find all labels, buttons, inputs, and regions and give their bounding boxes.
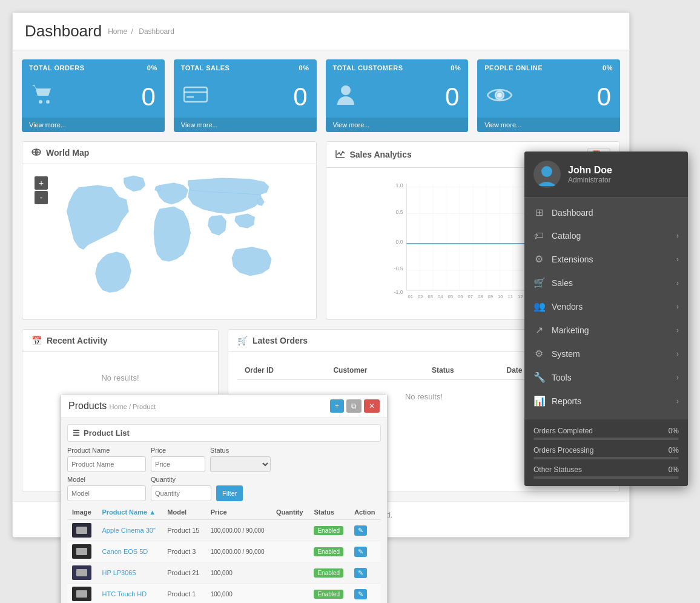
svg-rect-2 <box>184 87 207 102</box>
products-actions: + ⧉ ✕ <box>330 399 380 413</box>
user-profile: John Doe Administrator <box>524 152 688 198</box>
zoom-out-button[interactable]: - <box>35 191 48 204</box>
breadcrumb-current: Dashboard <box>139 27 174 36</box>
chevron-right-icon: › <box>676 302 679 311</box>
products-header: Products Home / Product + ⧉ ✕ <box>61 395 387 418</box>
menu-label: Sales <box>552 278 573 288</box>
menu-item-sales[interactable]: 🛒 Sales › <box>524 271 688 295</box>
table-row: Apple Cinema 30" Product 15 100,000.00 /… <box>67 520 381 541</box>
extensions-icon: ⚙ <box>533 253 544 265</box>
menu-label: Vendors <box>552 302 583 311</box>
svg-rect-50 <box>76 527 87 534</box>
stat-label-sales: TOTAL SALES <box>181 64 230 72</box>
breadcrumb-home[interactable]: Home <box>108 27 127 36</box>
model-input[interactable] <box>67 485 146 501</box>
delete-product-button[interactable]: ✕ <box>364 399 380 413</box>
svg-point-0 <box>39 100 42 104</box>
recent-activity-heading: 📅 Recent Activity <box>22 330 218 352</box>
menu-item-dashboard[interactable]: ⊞ Dashboard <box>524 201 688 224</box>
product-name-input[interactable] <box>67 456 146 472</box>
edit-button[interactable]: ✎ <box>354 547 367 557</box>
menu-item-vendors[interactable]: 👥 Vendors › <box>524 295 688 318</box>
add-product-button[interactable]: + <box>330 399 344 413</box>
col-status: Status <box>309 505 349 520</box>
sales-icon: 🛒 <box>533 277 544 288</box>
product-name-cell[interactable]: HP LP3065 <box>97 562 163 584</box>
filter-row-1: Product Name Price Status Enabled Disabl… <box>67 447 381 472</box>
sales-analytics-title: Sales Analytics <box>350 150 412 159</box>
progress-label: Orders Processing <box>533 446 593 455</box>
svg-point-55 <box>541 166 552 177</box>
menu-label: Marketing <box>552 325 589 335</box>
stat-card-sales: TOTAL SALES 0% 0 View more... <box>174 59 317 132</box>
credit-card-icon <box>183 84 208 110</box>
latest-orders-title: Latest Orders <box>253 336 308 345</box>
menu-item-marketing[interactable]: ↗ Marketing › <box>524 318 688 342</box>
chevron-right-icon: › <box>676 232 679 240</box>
menu-item-extensions[interactable]: ⚙ Extensions › <box>524 247 688 271</box>
svg-text:02: 02 <box>417 294 423 299</box>
progress-label: Orders Completed <box>533 427 593 435</box>
calendar-icon: 📅 <box>31 336 42 345</box>
svg-text:0.0: 0.0 <box>395 239 403 245</box>
col-product-name[interactable]: Product Name ▲ <box>97 505 163 520</box>
menu-item-catalog[interactable]: 🏷 Catalog › <box>524 224 688 247</box>
svg-text:06: 06 <box>457 294 463 299</box>
menu-label: Tools <box>552 373 572 382</box>
progress-bar-bg <box>533 457 679 459</box>
quantity-input[interactable] <box>151 485 211 501</box>
filter-row-2: Model Quantity Filter <box>67 476 381 501</box>
progress-percent: 0% <box>669 446 679 455</box>
progress-section: Orders Completed 0% Orders Processing 0%… <box>524 419 688 486</box>
stat-card-customers: TOTAL CUSTOMERS 0% 0 View more... <box>326 59 469 132</box>
person-icon <box>335 83 357 112</box>
edit-button[interactable]: ✎ <box>354 568 367 578</box>
user-role: Administrator <box>568 176 679 184</box>
price-input[interactable] <box>151 456 205 472</box>
map-controls: + - <box>35 176 48 204</box>
list-icon: ☰ <box>73 428 80 438</box>
svg-text:07: 07 <box>467 294 473 299</box>
edit-button[interactable]: ✎ <box>354 589 367 599</box>
page-title: Dashboard <box>25 22 102 41</box>
progress-percent: 0% <box>669 465 679 474</box>
edit-button[interactable]: ✎ <box>354 525 367 536</box>
price-label: Price <box>151 447 205 454</box>
product-name-cell[interactable]: Apple Cinema 30" <box>97 520 163 541</box>
svg-text:03: 03 <box>428 294 433 299</box>
col-action: Action <box>349 505 381 520</box>
chart-icon <box>335 150 345 160</box>
svg-rect-51 <box>76 548 87 555</box>
svg-text:10: 10 <box>497 294 503 299</box>
svg-point-1 <box>46 100 50 104</box>
model-label: Model <box>67 476 146 483</box>
world-map-heading: World Map <box>22 142 316 164</box>
menu-label: Catalog <box>552 231 581 241</box>
vendors-icon: 👥 <box>533 301 544 312</box>
dropdown-menu: John Doe Administrator ⊞ Dashboard 🏷 Cat… <box>524 152 688 486</box>
zoom-in-button[interactable]: + <box>35 176 48 190</box>
product-name-cell[interactable]: HTC Touch HD <box>97 584 163 604</box>
status-select[interactable]: Enabled Disabled <box>210 456 271 472</box>
product-name-cell[interactable]: Canon EOS 5D <box>97 541 163 562</box>
world-map-svg <box>31 173 307 307</box>
stat-percent-customers: 0% <box>451 64 461 72</box>
cart-icon <box>31 84 55 110</box>
stat-footer-customers[interactable]: View more... <box>326 118 469 132</box>
stat-footer-orders[interactable]: View more... <box>22 118 165 132</box>
tools-icon: 🔧 <box>533 371 544 383</box>
stat-percent-sales: 0% <box>299 64 309 72</box>
menu-item-reports[interactable]: 📊 Reports › <box>524 389 688 413</box>
copy-product-button[interactable]: ⧉ <box>346 399 362 413</box>
svg-text:08: 08 <box>477 294 483 299</box>
products-list-title: Product List <box>84 428 130 438</box>
stat-footer-online[interactable]: View more... <box>477 118 620 132</box>
menu-item-system[interactable]: ⚙ System › <box>524 342 688 365</box>
menu-item-tools[interactable]: 🔧 Tools › <box>524 365 688 389</box>
stat-footer-sales[interactable]: View more... <box>174 118 317 132</box>
stat-value-orders: 0 <box>141 82 155 112</box>
stat-card-online: PEOPLE ONLINE 0% 0 View more... <box>477 59 620 132</box>
filter-button[interactable]: Filter <box>216 485 243 501</box>
breadcrumb: Home / Dashboard <box>108 27 176 36</box>
table-row: HTC Touch HD Product 1 100,000 Enabled ✎ <box>67 584 381 604</box>
